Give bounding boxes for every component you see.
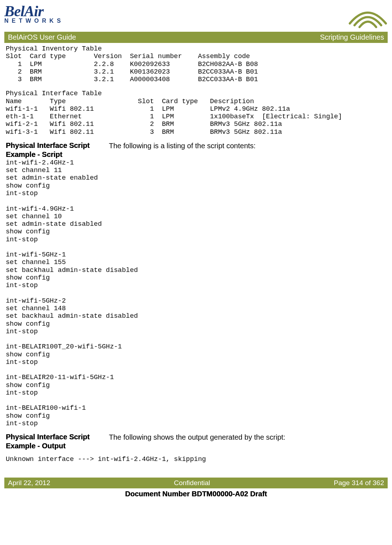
physical-interface-table: Physical Interface Table Name Type Slot … <box>6 90 386 136</box>
footer-confidential: Confidential <box>174 479 210 487</box>
output-example-intro: The following shows the output generated… <box>109 432 386 442</box>
page-header: BelAir NETWORKS <box>4 4 388 32</box>
chapter-title: Scripting Guidelines <box>320 33 384 41</box>
guide-title: BelAirOS User Guide <box>8 33 76 41</box>
wave-icon <box>348 4 388 29</box>
physical-inventory-table: Physical Inventory Table Slot Card type … <box>6 45 386 83</box>
script-example-section: Physical Interface Script Example - Scri… <box>6 141 386 159</box>
script-example-intro: The following is a listing of the script… <box>109 141 386 150</box>
logo-text-top: BelAir <box>4 4 64 19</box>
footer-date: April 22, 2012 <box>8 479 50 487</box>
script-example-heading: Physical Interface Script Example - Scri… <box>6 141 100 159</box>
company-logo: BelAir NETWORKS <box>4 4 64 24</box>
document-number: Document Number BDTM00000-A02 Draft <box>4 488 388 502</box>
output-listing: Unknown interface ---> int-wifi-2.4GHz-1… <box>6 456 386 463</box>
footer-page: Page 314 of 362 <box>334 479 384 487</box>
footer-bar: April 22, 2012 Confidential Page 314 of … <box>4 478 388 488</box>
script-listing: int-wifi-2.4GHz-1 set channel 11 set adm… <box>6 159 386 427</box>
output-example-section: Physical Interface Script Example - Outp… <box>6 432 386 450</box>
title-bar: BelAirOS User Guide Scripting Guidelines <box>4 32 388 43</box>
output-example-heading: Physical Interface Script Example - Outp… <box>6 432 100 450</box>
logo-text-bottom: NETWORKS <box>4 18 64 24</box>
